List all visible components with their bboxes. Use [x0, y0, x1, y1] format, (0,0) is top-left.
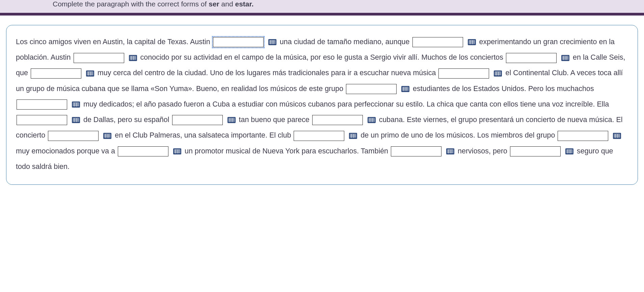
text-segment: muy cerca del centro de la ciudad. Uno d… — [98, 69, 438, 77]
blank-input-8[interactable] — [17, 99, 67, 110]
keyboard-icon[interactable] — [349, 133, 357, 139]
text-segment: de Dallas, pero su español — [83, 116, 171, 124]
blank-input-13[interactable] — [294, 131, 344, 141]
content-wrap: Los cinco amigos viven en Austin, la cap… — [0, 16, 644, 191]
text-segment: de un primo de uno de los músicos. Los m… — [360, 131, 557, 139]
keyboard-icon[interactable] — [129, 55, 137, 61]
keyboard-icon[interactable] — [561, 55, 569, 61]
keyboard-icon[interactable] — [494, 70, 502, 77]
exercise-paragraph: Los cinco amigos viven en Austin, la cap… — [16, 34, 628, 174]
keyboard-icon[interactable] — [565, 148, 573, 154]
keyboard-icon[interactable] — [613, 133, 621, 139]
instructions-bar: Complete the paragraph with the correct … — [0, 0, 644, 13]
blank-input-4[interactable] — [506, 53, 557, 63]
text-segment: estudiantes de los Estados Unidos. Pero … — [413, 85, 594, 93]
keyboard-icon[interactable] — [72, 101, 80, 108]
text-segment: tan bueno que parece — [239, 116, 312, 124]
divider-rule — [0, 13, 644, 16]
text-segment: en el Club Palmeras, una salsateca impor… — [115, 131, 293, 139]
text-segment: un promotor musical de Nueva York para e… — [185, 147, 390, 155]
keyboard-icon[interactable] — [268, 39, 276, 45]
text-segment: una ciudad de tamaño mediano, aunque — [280, 38, 412, 46]
blank-input-7[interactable] — [346, 84, 397, 94]
blank-input-14[interactable] — [558, 131, 608, 141]
blank-input-1[interactable] — [213, 37, 264, 47]
blank-input-12[interactable] — [48, 131, 99, 141]
blank-input-15[interactable] — [118, 146, 168, 156]
keyboard-icon[interactable] — [468, 39, 476, 45]
blank-input-9[interactable] — [17, 115, 67, 125]
keyboard-icon[interactable] — [401, 86, 409, 92]
text-segment: muy emocionados porque va a — [16, 147, 117, 155]
text-segment: nerviosos, pero — [458, 147, 509, 155]
text-segment: Los cinco amigos viven en Austin, la cap… — [16, 38, 210, 46]
keyboard-icon[interactable] — [173, 148, 181, 154]
blank-input-5[interactable] — [31, 68, 81, 79]
keyboard-icon[interactable] — [368, 117, 376, 123]
exercise-card: Los cinco amigos viven en Austin, la cap… — [6, 25, 638, 185]
keyboard-icon[interactable] — [103, 133, 111, 139]
blank-input-11[interactable] — [312, 115, 363, 125]
text-segment: conocido por su actividad en el campo de… — [140, 53, 506, 61]
instructions-text-mid: and — [219, 0, 235, 8]
blank-input-16[interactable] — [391, 146, 441, 156]
blank-input-10[interactable] — [172, 115, 223, 125]
keyboard-icon[interactable] — [72, 117, 80, 123]
keyboard-icon[interactable] — [86, 70, 94, 77]
text-segment: muy dedicados; el año pasado fueron a Cu… — [83, 100, 609, 108]
instructions-bold-ser: ser — [209, 0, 219, 8]
blank-input-6[interactable] — [438, 68, 489, 79]
keyboard-icon[interactable] — [446, 148, 454, 154]
blank-input-17[interactable] — [510, 146, 561, 156]
instructions-text-prefix: Complete the paragraph with the correct … — [53, 0, 209, 8]
keyboard-icon[interactable] — [227, 117, 236, 123]
instructions-bold-estar: estar. — [235, 0, 253, 8]
blank-input-2[interactable] — [412, 37, 463, 47]
blank-input-3[interactable] — [74, 53, 124, 63]
